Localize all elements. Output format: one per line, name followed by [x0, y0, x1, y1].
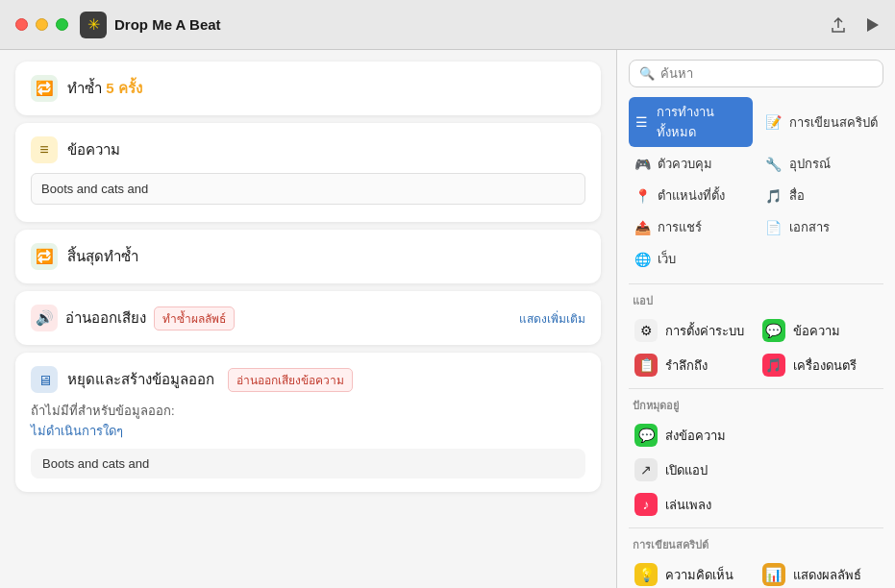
right-panel: 🔍 ☰ การทำงานทั้งหมด 📝 การเขียนสคริปต์ 🎮 …: [616, 50, 895, 588]
messages-app-label: ข้อความ: [793, 321, 840, 341]
divider-1: [629, 283, 883, 284]
category-all[interactable]: ☰ การทำงานทั้งหมด: [629, 97, 753, 147]
category-media[interactable]: 🎵 สื่อ: [760, 181, 884, 210]
search-bar-wrapper: 🔍: [617, 50, 895, 93]
action-comment[interactable]: 💡 ความคิดเห็น: [629, 557, 757, 588]
send-message-label: ส่งข้อความ: [665, 426, 726, 446]
minimize-button[interactable]: [36, 18, 48, 31]
section-apps-label: แอป: [633, 292, 880, 309]
stop-badge[interactable]: อ่านออกเสียงข้อความ: [228, 368, 353, 392]
action-music-app[interactable]: 🎵 เครื่องดนตรี: [757, 348, 884, 382]
divider-3: [629, 527, 883, 528]
action-play-music[interactable]: ♪ เล่นเพลง: [629, 487, 883, 522]
category-web[interactable]: 🌐 เว็บ: [629, 244, 753, 274]
category-tools[interactable]: 🔧 อุปกรณ์: [760, 149, 884, 179]
play-music-icon: ♪: [634, 493, 658, 516]
speak-card-header: 🔊 อ่านออกเสียง ทำซ้ำผลลัพธ์ แสดงเพิ่มเติ…: [31, 305, 585, 331]
window-title: Drop Me A Beat: [114, 16, 830, 33]
left-panel: 🔁 ทำซ้ำ 5 ครั้ง ≡ ข้อความ Boots and cats…: [0, 50, 616, 588]
category-control-label: ตัวควบคุม: [658, 154, 712, 174]
category-scripting-label: การเขียนสคริปต์: [789, 112, 878, 133]
speak-badge[interactable]: ทำซ้ำผลลัพธ์: [154, 306, 235, 331]
repeat-card-title: ทำซ้ำ 5 ครั้ง: [67, 77, 142, 100]
message-input[interactable]: Boots and cats and: [31, 173, 585, 205]
reminders-label: รำลึกถึง: [665, 355, 708, 376]
divider-2: [629, 388, 883, 389]
apps-section: ⚙ การตั้งค่าระบบ 💬 ข้อความ 📋 รำลึกถึง 🎵 …: [629, 313, 883, 382]
comment-label: ความคิดเห็น: [665, 565, 733, 585]
category-media-label: สื่อ: [789, 185, 805, 206]
category-documents[interactable]: 📄 เอกสาร: [760, 212, 884, 242]
stop-icon: 🖥: [31, 366, 58, 393]
scripting-section: 💡 ความคิดเห็น 📊 แสดงผลลัพธ์ ⚠ แสดงการเตื…: [629, 557, 883, 588]
system-prefs-label: การตั้งค่าระบบ: [665, 321, 744, 341]
action-system-prefs[interactable]: ⚙ การตั้งค่าระบบ: [629, 313, 757, 348]
speak-card-title: อ่านออกเสียง: [65, 306, 146, 330]
category-web-label: เว็บ: [658, 249, 676, 269]
repeat-card-header: 🔁 ทำซ้ำ 5 ครั้ง: [31, 75, 585, 102]
reminders-icon: 📋: [634, 354, 658, 377]
category-control[interactable]: 🎮 ตัวควบคุม: [629, 149, 753, 179]
stop-condition-link[interactable]: ไม่ดำเนินการใดๆ: [31, 424, 123, 438]
all-icon: ☰: [633, 114, 651, 130]
action-messages-app[interactable]: 💬 ข้อความ: [757, 313, 884, 348]
category-sharing[interactable]: 📤 การแชร์: [629, 212, 753, 242]
action-reminders[interactable]: 📋 รำลึกถึง: [629, 348, 757, 382]
end-repeat-card: 🔁 สิ้นสุดทำซ้ำ: [15, 230, 601, 283]
category-documents-label: เอกสาร: [789, 217, 830, 237]
repeat-icon: 🔁: [31, 75, 58, 102]
search-input[interactable]: [660, 66, 873, 81]
scripting-icon: 📝: [764, 114, 783, 130]
message-card: ≡ ข้อความ Boots and cats and: [15, 123, 601, 222]
category-location-label: ตำแหน่งที่ตั้ง: [658, 185, 725, 206]
titlebar: ✳ Drop Me A Beat: [0, 0, 895, 50]
category-tools-label: อุปกรณ์: [789, 154, 831, 174]
music-app-icon: 🎵: [762, 354, 785, 377]
system-prefs-icon: ⚙: [634, 319, 658, 342]
action-open-app[interactable]: ↗ เปิดแอป: [629, 453, 883, 487]
send-message-icon: 💬: [634, 424, 658, 447]
right-content: ☰ การทำงานทั้งหมด 📝 การเขียนสคริปต์ 🎮 ตั…: [617, 93, 895, 588]
sharing-icon: 📤: [633, 220, 652, 235]
maximize-button[interactable]: [56, 18, 68, 31]
search-icon: 🔍: [639, 66, 655, 81]
action-send-message[interactable]: 💬 ส่งข้อความ: [629, 418, 883, 453]
stop-card-title: หยุดและสร้างข้อมูลออก: [67, 368, 214, 391]
share-button[interactable]: [830, 16, 847, 34]
show-result-label: แสดงผลลัพธ์: [793, 565, 861, 585]
action-show-result[interactable]: 📊 แสดงผลลัพธ์: [757, 557, 884, 588]
messages-app-icon: 💬: [762, 319, 785, 342]
show-result-icon: 📊: [762, 563, 785, 586]
end-repeat-card-title: สิ้นสุดทำซ้ำ: [67, 245, 138, 268]
stop-card-body: ถ้าไม่มีที่สำหรับข้อมูลออก: ไม่ดำเนินการ…: [31, 401, 585, 441]
play-button[interactable]: [866, 17, 880, 33]
location-icon: 📍: [633, 188, 652, 204]
stop-card: 🖥 หยุดและสร้างข้อมูลออก อ่านออกเสียงข้อค…: [15, 353, 601, 492]
tools-icon: 🔧: [764, 157, 783, 172]
play-music-label: เล่นเพลง: [665, 495, 711, 515]
category-all-label: การทำงานทั้งหมด: [657, 102, 749, 142]
control-icon: 🎮: [633, 157, 652, 172]
speak-icon: 🔊: [31, 305, 58, 331]
end-repeat-icon: 🔁: [31, 243, 58, 270]
svg-marker-0: [867, 18, 879, 32]
speak-left: 🔊 อ่านออกเสียง ทำซ้ำผลลัพธ์: [31, 305, 235, 331]
traffic-lights: [15, 18, 68, 31]
main-container: 🔁 ทำซ้ำ 5 ครั้ง ≡ ข้อความ Boots and cats…: [0, 50, 895, 588]
category-location[interactable]: 📍 ตำแหน่งที่ตั้ง: [629, 181, 753, 210]
speak-card: 🔊 อ่านออกเสียง ทำซ้ำผลลัพธ์ แสดงเพิ่มเติ…: [15, 291, 601, 345]
category-scripting[interactable]: 📝 การเขียนสคริปต์: [760, 97, 884, 147]
message-card-body: Boots and cats and: [31, 173, 585, 208]
section-pinned-label: ปักหมุดอยู่: [633, 397, 880, 414]
documents-icon: 📄: [764, 220, 783, 235]
end-repeat-card-header: 🔁 สิ้นสุดทำซ้ำ: [31, 243, 585, 270]
speak-show-more[interactable]: แสดงเพิ่มเติม: [519, 309, 585, 328]
message-card-header: ≡ ข้อความ: [31, 136, 585, 163]
stop-output: Boots and cats and: [31, 449, 585, 478]
stop-card-header: 🖥 หยุดและสร้างข้อมูลออก อ่านออกเสียงข้อค…: [31, 366, 585, 393]
close-button[interactable]: [15, 18, 28, 31]
app-icon: ✳: [80, 12, 107, 38]
category-sharing-label: การแชร์: [658, 217, 702, 237]
message-icon: ≡: [31, 136, 58, 163]
web-icon: 🌐: [633, 252, 652, 267]
